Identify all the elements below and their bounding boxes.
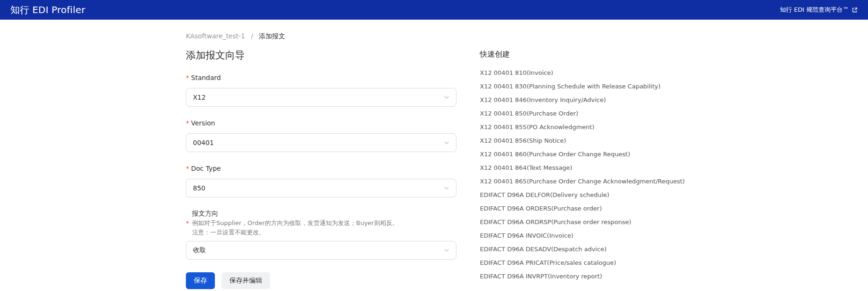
breadcrumb: KAsoftware_test-1 / 添加报文 xyxy=(186,32,682,40)
quick-create-item[interactable]: X12 00401 865(Purchase Order Change Ackn… xyxy=(480,175,685,188)
direction-label: 报文方向 xyxy=(192,208,218,218)
standard-select-value: X12 xyxy=(193,94,206,101)
chevron-down-icon xyxy=(444,95,449,100)
quick-create-panel: 快速创建 X12 00401 810(Invoice) X12 00401 83… xyxy=(480,49,685,283)
quick-create-item[interactable]: X12 00401 856(Ship Notice) xyxy=(480,134,685,147)
breadcrumb-separator: / xyxy=(251,32,253,40)
standard-select[interactable]: X12 xyxy=(186,88,456,107)
main-content: KAsoftware_test-1 / 添加报文 添加报文向导 *Standar… xyxy=(186,20,682,289)
quick-create-item[interactable]: EDIFACT D96A DESADV(Despatch advice) xyxy=(480,242,685,256)
direction-select[interactable]: 收取 xyxy=(186,241,456,260)
quick-create-title: 快速创建 xyxy=(480,50,685,59)
version-select[interactable]: 00401 xyxy=(186,133,456,152)
quick-create-list: X12 00401 810(Invoice) X12 00401 830(Pla… xyxy=(480,66,685,283)
quick-create-item[interactable]: EDIFACT D96A INVOIC(Invoice) xyxy=(480,229,685,242)
version-select-value: 00401 xyxy=(193,139,214,146)
quick-create-item[interactable]: EDIFACT D96A PRICAT(Price/sales catalogu… xyxy=(480,256,685,269)
direction-field: 报文方向 * 例如对于Supplier，Order的方向为收取，发货通知为发送；… xyxy=(186,208,456,260)
direction-help-text-1: 例如对于Supplier，Order的方向为收取，发货通知为发送；Buyer则相… xyxy=(192,218,398,228)
platform-link[interactable]: 知行 EDI 规范查询平台™ xyxy=(780,6,858,14)
platform-link-label: 知行 EDI 规范查询平台™ xyxy=(780,6,849,14)
breadcrumb-parent[interactable]: KAsoftware_test-1 xyxy=(186,32,245,40)
required-asterisk: * xyxy=(186,165,189,172)
quick-create-item[interactable]: X12 00401 860(Purchase Order Change Requ… xyxy=(480,147,685,161)
chevron-down-icon xyxy=(444,185,449,191)
add-message-wizard-form: 添加报文向导 *Standard X12 *Version 00401 xyxy=(186,49,456,289)
quick-create-item[interactable]: EDIFACT D96A INVRPT(Inventory report) xyxy=(480,269,685,283)
direction-select-value: 收取 xyxy=(193,246,206,255)
required-asterisk: * xyxy=(186,74,189,81)
save-and-edit-button[interactable]: 保存并编辑 xyxy=(221,272,270,289)
version-label: *Version xyxy=(186,119,456,127)
doc-type-select-value: 850 xyxy=(193,184,206,192)
direction-help-text-2: 注意：一旦设置不能更改。 xyxy=(192,228,265,237)
chevron-down-icon xyxy=(444,140,449,146)
app-header: 知行 EDI Profiler 知行 EDI 规范查询平台™ xyxy=(0,0,868,20)
chevron-down-icon xyxy=(444,247,449,253)
quick-create-item[interactable]: X12 00401 864(Text Message) xyxy=(480,161,685,175)
save-button[interactable]: 保存 xyxy=(186,272,215,289)
quick-create-item[interactable]: EDIFACT D96A ORDERS(Purchase order) xyxy=(480,202,685,215)
doc-type-label: *Doc Type xyxy=(186,165,456,172)
quick-create-item[interactable]: X12 00401 850(Purchase Order) xyxy=(480,107,685,120)
quick-create-item[interactable]: X12 00401 810(Invoice) xyxy=(480,66,685,80)
doc-type-select[interactable]: 850 xyxy=(186,179,456,197)
quick-create-item[interactable]: X12 00401 846(Inventory Inquiry/Advice) xyxy=(480,93,685,107)
quick-create-item[interactable]: EDIFACT D96A ORDRSP(Purchase order respo… xyxy=(480,215,685,229)
required-asterisk: * xyxy=(186,119,189,127)
form-actions: 保存 保存并编辑 xyxy=(186,272,456,289)
page-title: 添加报文向导 xyxy=(186,49,456,62)
quick-create-item[interactable]: X12 00401 855(PO Acknowledgment) xyxy=(480,120,685,134)
quick-create-item[interactable]: X12 00401 830(Planning Schedule with Rel… xyxy=(480,80,685,93)
quick-create-item[interactable]: EDIFACT D96A DELFOR(Delivery schedule) xyxy=(480,188,685,202)
breadcrumb-current: 添加报文 xyxy=(259,32,285,40)
external-link-icon xyxy=(852,7,858,13)
required-asterisk: * xyxy=(186,218,192,228)
brand-title[interactable]: 知行 EDI Profiler xyxy=(10,4,85,16)
standard-label: *Standard xyxy=(186,74,456,81)
